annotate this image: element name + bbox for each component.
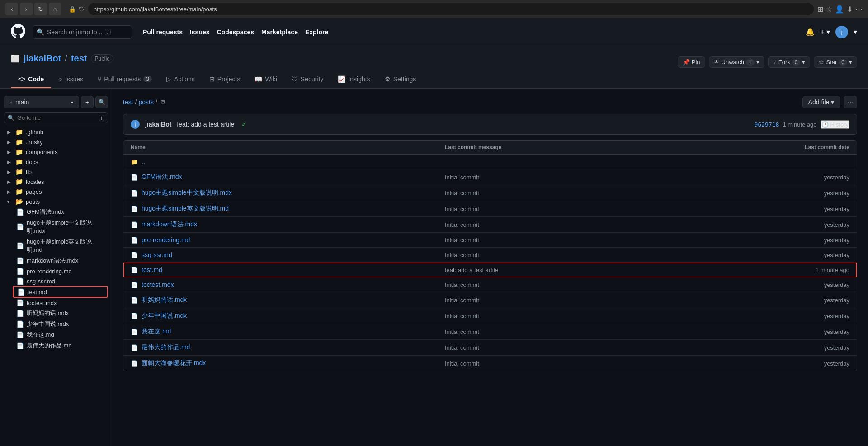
browser-nav-buttons: ‹ › ↻ ⌂ [5,3,61,15]
topnav-issues[interactable]: Issues [190,28,210,36]
folder-name: components [26,149,58,155]
tab-code[interactable]: <> Code [11,71,51,88]
url-bar[interactable]: https://github.com/jiakaiBot/test/tree/m… [88,3,814,15]
forward-button[interactable]: › [20,3,33,15]
branch-dropdown[interactable]: ⑂ main ▾ [4,96,79,108]
tab-security[interactable]: 🛡 Security [284,71,331,88]
file-name-cell[interactable]: 📄 我在这.md [131,328,445,336]
file-name-cell[interactable]: 📄 pre-rendering.md [131,236,445,244]
path-header: test / posts / ⧉ Add file ▾ ··· [123,96,857,108]
tab-actions[interactable]: ▷ Actions [159,71,202,88]
file-name-cell[interactable]: 📄 toctest.mdx [131,281,445,288]
tab-pull-requests[interactable]: ⑂ Pull requests 3 [90,71,159,88]
topnav-codespaces[interactable]: Codespaces [217,28,254,36]
tree-file-shaonian[interactable]: 📄 少年中国说.mdx [13,319,108,329]
tree-file-prerendering[interactable]: 📄 pre-rendering.md [13,266,108,276]
search-branch-button[interactable]: 🔍 [95,96,108,108]
topnav-explore[interactable]: Explore [305,28,328,36]
tree-item-docs[interactable]: ▶ 📁 docs [4,157,108,167]
settings-icon[interactable]: ⋯ [855,5,863,14]
fork-button[interactable]: ⑂ Fork 0 ▾ [768,56,811,68]
tree-file-wozaizhe[interactable]: 📄 我在这.md [13,329,108,340]
repo-breadcrumb: ⬜ jiakaiBot / test Public [11,53,113,64]
extensions-icon[interactable]: ⊞ [817,5,823,14]
tree-file-zuiweida[interactable]: 📄 最伟大的作品.md [13,340,108,351]
tree-item-components[interactable]: ▶ 📁 components [4,147,108,157]
unwatch-chevron: ▾ [756,59,760,66]
back-button[interactable]: ‹ [5,3,18,15]
tab-wiki[interactable]: 📖 Wiki [247,71,284,88]
file-name-cell[interactable]: 📁 .. [131,158,445,165]
file-search-input[interactable] [17,114,96,121]
more-options-button[interactable]: ··· [844,96,857,108]
file-name-cell[interactable]: 📄 ssg-ssr.md [131,251,445,258]
tree-file-toctest[interactable]: 📄 toctest.mdx [13,298,108,308]
file-name-cell[interactable]: 📄 hugo主题simple中文版说明.mdx [131,189,445,197]
topnav-marketplace[interactable]: Marketplace [261,28,298,36]
path-posts-link[interactable]: posts [138,99,153,106]
file-icon: 📄 [131,221,138,228]
tab-settings[interactable]: ⚙ Settings [377,71,424,88]
tree-file-markdown[interactable]: 📄 markdown语法.mdx [13,255,108,266]
history-button[interactable]: 🕐 History [821,120,849,129]
file-name: 我在这.md [27,331,54,339]
github-logo[interactable] [11,24,25,40]
pin-button[interactable]: 📌 Pin [678,56,705,68]
user-menu-button[interactable]: ▾ [854,28,857,36]
commit-msg: Initial commit [445,360,759,367]
file-name-cell[interactable]: 📄 最伟大的作品.md [131,343,445,352]
commit-hash[interactable]: 9629718 [755,121,779,128]
unwatch-count: 1 [746,59,755,66]
tree-item-github[interactable]: ▶ 📁 .github [4,127,108,137]
tree-file-hugo-en[interactable]: 📄 hugo主题simple英文版说明.md [13,236,108,255]
search-placeholder-text: Search or jump to... [47,28,102,36]
file-name-text: GFM语法.mdx [142,173,182,181]
add-branch-button[interactable]: + [81,96,94,108]
repo-owner-link[interactable]: jiakaiBot [24,53,61,64]
path-root-link[interactable]: test [123,99,133,106]
file-name-cell[interactable]: 📄 markdown语法.mdx [131,221,445,229]
tree-file-ssgssr[interactable]: 📄 ssg-ssr.md [13,276,108,286]
bookmark-icon[interactable]: ☆ [826,5,832,14]
topnav-pull-requests[interactable]: Pull requests [143,28,183,36]
global-search[interactable]: 🔍 Search or jump to... / [33,25,132,39]
tree-item-lib[interactable]: ▶ 📁 lib [4,167,108,177]
tab-insights[interactable]: 📈 Insights [330,71,377,88]
refresh-button[interactable]: ↻ [34,3,47,15]
commit-author[interactable]: jiakaiBot [145,121,171,128]
repo-name-link[interactable]: test [71,53,87,64]
tab-issues[interactable]: ○ Issues [51,71,90,88]
add-file-button[interactable]: Add file ▾ [802,96,840,108]
tree-file-hugo-cn[interactable]: 📄 hugo主题simple中文版说明.mdx [13,217,108,236]
home-button[interactable]: ⌂ [49,3,61,15]
profile-icon[interactable]: 👤 [835,5,844,14]
star-button[interactable]: ☆ Star 0 ▾ [814,56,857,68]
tree-file-test[interactable]: 📄 test.md [13,286,108,298]
tree-item-posts[interactable]: ▾ 📂 posts [4,197,108,207]
file-search-box[interactable]: 🔍 t [4,112,108,123]
tab-projects[interactable]: ⊞ Projects [202,71,248,88]
star-count: 0 [839,59,847,66]
file-name-cell[interactable]: 📄 GFM语法.mdx [131,173,445,181]
tree-file-gfm[interactable]: 📄 GFM语法.mdx [13,207,108,217]
file-icon: 📄 [131,174,138,181]
file-name-cell[interactable]: 📄 test.md [131,266,445,273]
tree-item-locales[interactable]: ▶ 📁 locales [4,177,108,187]
file-icon: 📄 [131,282,138,288]
file-name-cell[interactable]: 📄 面朝大海春暖花开.mdx [131,359,445,367]
user-avatar[interactable]: j [835,26,848,38]
download-icon[interactable]: ⬇ [847,5,853,14]
file-icon: 📄 [16,342,24,349]
copy-path-button[interactable]: ⧉ [161,99,165,106]
file-name-text: .. [142,158,145,165]
tree-file-tinma[interactable]: 📄 听妈妈的话.mdx [13,308,108,319]
commit-msg: Initial commit [445,174,759,181]
file-name-cell[interactable]: 📄 少年中国说.mdx [131,312,445,320]
file-name-cell[interactable]: 📄 hugo主题simple英文版说明.md [131,205,445,213]
plus-button[interactable]: + ▾ [820,28,830,36]
tree-item-husky[interactable]: ▶ 📁 .husky [4,137,108,147]
file-name-cell[interactable]: 📄 听妈妈的话.mdx [131,296,445,304]
unwatch-button[interactable]: 👁 Unwatch 1 ▾ [709,56,764,68]
tree-item-pages[interactable]: ▶ 📁 pages [4,187,108,197]
notifications-button[interactable]: 🔔 [806,28,815,36]
